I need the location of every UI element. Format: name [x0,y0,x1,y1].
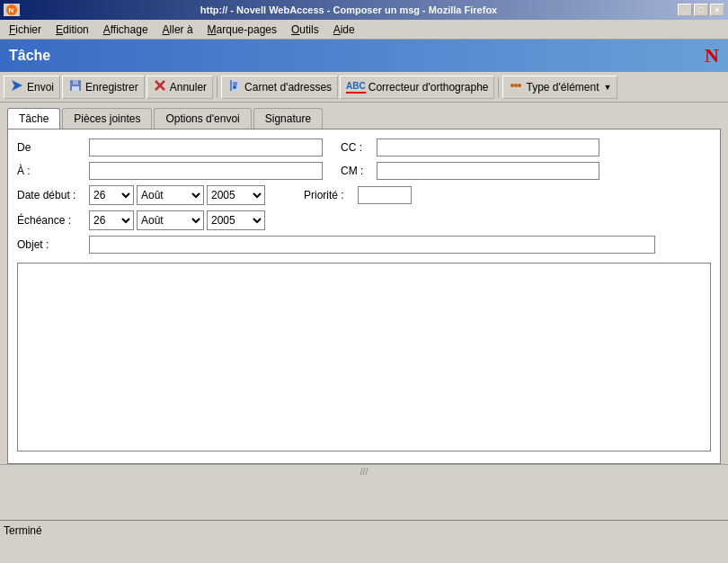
tab-options[interactable]: Options d'envoi [154,108,251,129]
svg-rect-9 [230,80,232,91]
carnet-button[interactable]: Carnet d'adresses [221,76,338,99]
toolbar-separator-1 [217,77,218,97]
type-button[interactable]: Type d'élément ▼ [502,76,617,99]
objet-input[interactable] [89,236,655,254]
svg-point-15 [518,84,521,87]
date-debut-label: Date début : [17,189,89,201]
priorite-label: Priorité : [304,189,358,201]
de-label: De [17,141,89,154]
echeance-row: Échéance : 26 12345 252728293031 Janvier… [17,210,711,230]
svg-rect-5 [72,86,79,91]
cm-input[interactable] [377,162,599,180]
novell-logo: N [705,44,719,67]
type-dropdown-arrow: ▼ [604,83,612,92]
objet-label: Objet : [17,238,89,251]
svg-point-13 [510,84,514,87]
svg-point-14 [514,84,518,87]
window-icon: N [4,4,20,16]
svg-text:N: N [9,6,14,14]
de-input[interactable] [89,139,323,156]
menu-aide[interactable]: Aide [326,22,362,38]
enregistrer-label: Enregistrer [85,81,138,94]
echeance-day-select[interactable]: 26 12345 252728293031 [89,210,134,230]
app-title: Tâche [9,48,50,64]
echeance-year-select[interactable]: 20032004200520062007 [207,210,265,230]
close-button[interactable]: × [710,4,724,16]
echeance-label: Échéance : [17,214,89,227]
scrollbar-area[interactable]: /// [0,464,728,478]
priorite-input[interactable] [358,186,412,204]
menu-fichier[interactable]: Fichier [2,22,49,38]
a-label: À : [17,165,89,177]
cc-input[interactable] [377,139,599,156]
a-input[interactable] [89,162,323,180]
form-content: De CC : À : CM : Date début : 26 12345 6… [7,129,721,464]
title-bar: N http:// - Novell WebAccess - Composer … [0,0,728,20]
book-icon [227,78,242,95]
type-icon [509,78,523,95]
annuler-label: Annuler [170,81,207,94]
svg-rect-4 [73,80,78,85]
window-title: http:// - Novell WebAccess - Composer un… [20,4,678,15]
annuler-button[interactable]: Annuler [146,76,213,99]
app-header: Tâche N [0,40,728,72]
date-debut-month-select[interactable]: JanvierFévrierMarsAvril MaiJuinJuilletAo… [137,185,204,205]
spell-icon: ABC [346,81,366,94]
carnet-label: Carnet d'adresses [244,81,332,94]
menu-affichage[interactable]: Affichage [96,22,155,38]
toolbar-separator-2 [498,77,499,97]
cm-label: CM : [341,165,377,177]
menu-marque-pages[interactable]: Marque-pages [200,22,284,38]
svg-point-12 [233,85,236,89]
cc-label: CC : [341,141,377,154]
body-container [17,259,711,454]
date-debut-day-select[interactable]: 26 12345 678910 252728293031 [89,185,134,205]
menu-edition[interactable]: Edition [49,22,96,38]
envoi-button[interactable]: Envoi [4,76,60,99]
a-row: À : CM : [17,162,711,180]
objet-row: Objet : [17,236,711,254]
correcteur-button[interactable]: ABC Correcteur d'orthographe [340,76,494,99]
status-text: Terminé [4,524,42,537]
body-textarea[interactable] [17,263,711,451]
correcteur-label: Correcteur d'orthographe [368,81,489,94]
enregistrer-button[interactable]: Enregistrer [62,76,145,99]
de-row: De CC : [17,139,711,156]
status-bar: Terminé [0,520,728,540]
tab-tache[interactable]: Tâche [7,108,60,129]
date-debut-year-select[interactable]: 20032004200520062007 [207,185,265,205]
type-label: Type d'élément [526,81,599,94]
menu-aller[interactable]: Aller à [155,22,200,38]
minimize-button[interactable]: _ [678,4,692,16]
maximize-button[interactable]: □ [694,4,708,16]
tab-signature[interactable]: Signature [253,108,323,129]
cancel-icon [153,78,167,95]
svg-marker-2 [12,80,22,91]
toolbar: Envoi Enregistrer Annuler Carnet d'adres… [0,72,728,103]
scroll-indicator: /// [360,467,368,477]
echeance-month-select[interactable]: JanvierFévrierMarsAvril MaiJuinJuilletAo… [137,210,204,230]
tab-pieces[interactable]: Pièces jointes [62,108,152,129]
tabs-container: Tâche Pièces jointes Options d'envoi Sig… [0,103,728,129]
save-icon [68,78,83,95]
menu-bar: Fichier Edition Affichage Aller à Marque… [0,20,728,40]
envoi-label: Envoi [27,81,54,94]
menu-outils[interactable]: Outils [284,22,326,38]
date-debut-row: Date début : 26 12345 678910 25272829303… [17,185,711,205]
envoi-icon [10,78,24,95]
